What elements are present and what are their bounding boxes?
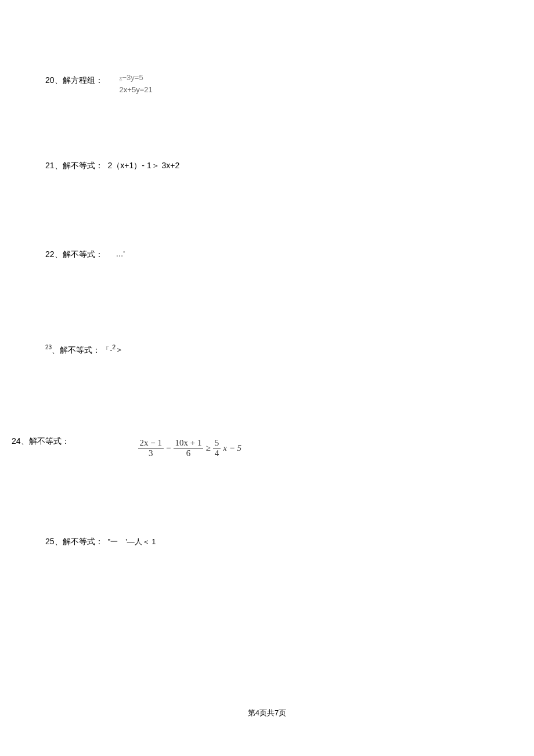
problem-25: 25、解不等式： "一 '—人＜ 1 — [12, 537, 522, 547]
problem-24-expr: 2x − 1 3 − 10x + 1 6 ≥ 5 4 x − 5 — [138, 439, 241, 458]
problem-23-expr: 「-2＞ — [102, 344, 123, 355]
page-footer: 第4页共7页 — [0, 708, 534, 718]
equation-2: 2x+5y=21 — [120, 84, 153, 96]
footer-post: 页 — [279, 708, 286, 717]
problem-22-expr: …' — [116, 249, 125, 258]
frac3-num: 5 — [213, 439, 221, 448]
problem-25-label: 25、解不等式： — [45, 537, 103, 547]
equation-system: x−3y=5 2x+5y=21 — [120, 72, 153, 96]
problem-25-expr: "一 '—人＜ 1 — [108, 537, 156, 547]
problem-21-expr: 2（x+1）- 1＞ 3x+2 — [108, 161, 180, 171]
problem-21-label: 21、解不等式： — [45, 161, 103, 171]
q23-pre: 「- — [102, 345, 112, 354]
equation-1: x−3y=5 — [120, 72, 153, 84]
problem-23: 23、解不等式： 「-2＞ — [12, 344, 522, 356]
geq-op: ≥ — [205, 443, 210, 453]
frac2-den: 6 — [174, 448, 204, 458]
problem-22-label: 22、解不等式： — [45, 249, 103, 260]
page-content: 20、解方程组： x−3y=5 2x+5y=21 21、解不等式： 2（x+1）… — [0, 0, 534, 547]
q23-post: ＞ — [116, 345, 123, 354]
footer-mid: 页共 — [259, 708, 275, 717]
problem-24: 24、解不等式： 2x − 1 3 − 10x + 1 6 ≥ 5 4 x − … — [12, 436, 522, 455]
problem-23-num: 23、解不等式： — [45, 344, 100, 356]
frac1-den: 3 — [138, 448, 164, 458]
fraction-3: 5 4 — [213, 439, 221, 458]
problem-24-label: 24、解不等式： — [12, 436, 70, 447]
footer-pre: 第 — [248, 708, 255, 717]
frac2-num: 10x + 1 — [174, 439, 204, 448]
frac3-den: 4 — [213, 448, 221, 458]
fraction-2: 10x + 1 6 — [174, 439, 204, 458]
problem-21: 21、解不等式： 2（x+1）- 1＞ 3x+2 — [12, 161, 522, 171]
frac1-num: 2x − 1 — [138, 439, 164, 448]
problem-23-label-text: 、解不等式： — [52, 345, 100, 354]
eq1-body: −3y=5 — [122, 73, 143, 82]
footer-cur: 4 — [255, 708, 259, 717]
problem-22: 22、解不等式： …' — [12, 249, 522, 260]
problem-20: 20、解方程组： x−3y=5 2x+5y=21 — [12, 75, 522, 100]
problem-23-number: 23 — [45, 344, 52, 350]
problem-20-label: 20、解方程组： — [45, 75, 103, 86]
q24-tail: x − 5 — [223, 443, 241, 453]
minus-op: − — [166, 443, 171, 453]
fraction-1: 2x − 1 3 — [138, 439, 164, 458]
